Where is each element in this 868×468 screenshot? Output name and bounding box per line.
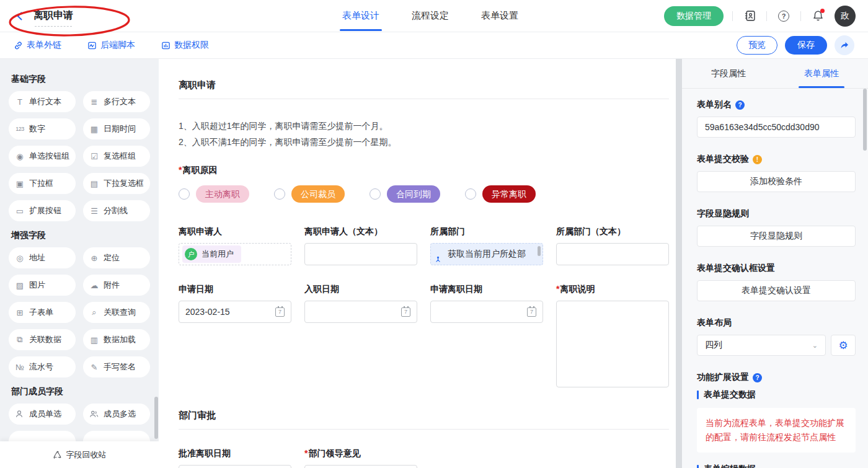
field-approve-leave-date: 批准离职日期7 <box>179 448 291 468</box>
field-visibility-button[interactable]: 字段显隐规则 <box>697 226 856 247</box>
field-chip-divider[interactable]: ☰分割线 <box>83 200 150 221</box>
palette-section-title: 基础字段 <box>11 74 148 85</box>
backend-script-link[interactable]: 后端脚本 <box>87 40 135 51</box>
field-chip-sub-form[interactable]: ⊞子表单 <box>9 302 76 323</box>
data-permission-link[interactable]: 数据权限 <box>161 40 209 51</box>
share-arrow-icon <box>839 40 849 50</box>
radio-button[interactable] <box>370 188 381 200</box>
department-text-input[interactable] <box>556 243 669 265</box>
field-label: 离职申请人 <box>179 226 291 237</box>
leave-applicant-field[interactable]: 户当前用户 <box>179 243 291 265</box>
layout-value: 四列 <box>705 340 722 351</box>
save-button[interactable]: 保存 <box>785 36 827 55</box>
field-chip-locate[interactable]: ⊕定位 <box>83 247 150 268</box>
sidebar-scrollbar[interactable] <box>154 397 158 439</box>
data-permission-label: 数据权限 <box>174 40 209 51</box>
panel-tab-field-props[interactable]: 字段属性 <box>682 59 775 88</box>
user-avatar[interactable]: 政 <box>835 6 856 27</box>
tab-form-setting[interactable]: 表单设置 <box>480 1 520 31</box>
reason-option-4[interactable]: 异常离职 <box>465 185 536 203</box>
help-icon[interactable]: ? <box>753 373 762 382</box>
field-chip-member-single[interactable]: 成员单选 <box>9 404 76 425</box>
field-chip-extend-button[interactable]: ▭扩展按钮 <box>9 200 76 221</box>
divider <box>800 11 801 21</box>
layout-select[interactable]: 四列 ⌄ <box>697 335 826 356</box>
back-chevron-icon <box>15 11 25 21</box>
field-chip-single-line-text[interactable]: T单行文本 <box>9 91 76 112</box>
preview-button[interactable]: 预览 <box>737 36 777 55</box>
field-chip-multi-line-text[interactable]: ≣多行文本 <box>83 91 150 112</box>
field-chip-serial-number[interactable]: №流水号 <box>9 356 76 377</box>
field-apply-date: 申请日期2023-02-157 <box>179 284 291 387</box>
submit-validation-button[interactable]: 添加校验条件 <box>697 171 856 192</box>
reason-option-2[interactable]: 公司裁员 <box>274 185 345 203</box>
leave-applicant-text-input[interactable] <box>304 243 417 265</box>
field-label: 申请离职日期 <box>430 284 543 295</box>
field-chip-label: 成员多选 <box>104 408 136 420</box>
field-chip-signature[interactable]: ✎手写签名 <box>83 356 150 377</box>
tab-flow-setting[interactable]: 流程设定 <box>410 1 450 31</box>
calendar-icon: 7 <box>275 307 285 317</box>
field-chip-number[interactable]: 123数字 <box>9 118 76 139</box>
panel-scrollbar[interactable] <box>863 89 867 151</box>
share-button[interactable] <box>835 35 854 55</box>
layout-settings-button[interactable]: ⚙ <box>831 335 856 356</box>
field-chip-relation-data[interactable]: ⧉关联数据 <box>9 329 76 350</box>
entry-date-input[interactable]: 7 <box>304 301 417 323</box>
field-chip-data-load[interactable]: ▥数据加载 <box>83 329 150 350</box>
help-icon[interactable]: ? <box>735 100 745 110</box>
alias-input[interactable] <box>697 117 856 138</box>
field-chip-checkbox-group[interactable]: ☑复选框组 <box>83 146 150 167</box>
calendar-icon: ▦ <box>89 125 99 134</box>
inner-scrollbar[interactable] <box>538 246 541 256</box>
field-chip-label: 下拉框 <box>29 178 53 189</box>
submit-validation-label: 表单提交校验! <box>697 154 856 165</box>
apply-date-input[interactable]: 2023-02-157 <box>179 301 291 323</box>
back-button[interactable] <box>12 9 27 24</box>
field-label: *离职说明 <box>556 284 669 295</box>
tab-form-design[interactable]: 表单设计 <box>341 1 381 31</box>
field-recycle-bin[interactable]: 字段回收站 <box>0 441 159 468</box>
radio-button[interactable] <box>465 188 476 200</box>
button-icon: ▭ <box>15 206 25 216</box>
field-chip-radio-group[interactable]: ◉单选按钮组 <box>9 146 76 167</box>
field-chip-select[interactable]: ▣下拉框 <box>9 173 76 194</box>
field-chip-label: 子表单 <box>29 307 53 318</box>
field-chip-datetime[interactable]: ▦日期时间 <box>83 118 150 139</box>
department-field[interactable]: 获取当前用户所处部 <box>430 243 543 265</box>
data-manage-button[interactable]: 数据管理 <box>664 6 724 26</box>
permission-icon <box>161 41 170 50</box>
help-button[interactable]: ? <box>776 8 792 24</box>
dept-leader-opinion-textarea[interactable] <box>304 465 417 468</box>
reason-pill: 异常离职 <box>482 185 536 203</box>
field-chip-multi-select[interactable]: ▤下拉复选框 <box>83 173 150 194</box>
people-icon <box>89 410 99 418</box>
date-value: 2023-02-15 <box>185 307 230 317</box>
submit-confirm-button[interactable]: 表单提交确认设置 <box>697 280 856 301</box>
field-chip-relation-query[interactable]: ⌕关联查询 <box>83 302 150 323</box>
field-palette-sidebar: 基础字段T单行文本≣多行文本123数字▦日期时间◉单选按钮组☑复选框组▣下拉框▤… <box>0 59 159 468</box>
field-chip-label: 日期时间 <box>104 123 136 135</box>
page-title[interactable]: 离职申请 <box>33 9 73 22</box>
canvas-scrollbar-track[interactable] <box>676 59 682 468</box>
approve-leave-date-input[interactable]: 7 <box>179 465 291 468</box>
notifications-button[interactable] <box>810 8 826 24</box>
gear-icon: ⚙ <box>838 339 848 352</box>
user-tag-icon: 户 <box>185 248 197 260</box>
reason-option-1[interactable]: 主动离职 <box>179 185 249 203</box>
field-chip-address[interactable]: ◎地址 <box>9 247 76 268</box>
radio-button[interactable] <box>179 188 190 200</box>
field-chip-attachment[interactable]: ☁附件 <box>83 275 150 296</box>
field-chip-image[interactable]: ▨图片 <box>9 275 76 296</box>
reason-option-3[interactable]: 合同到期 <box>370 185 440 203</box>
field-leave-applicant: 离职申请人户当前用户 <box>179 226 291 265</box>
radio-button[interactable] <box>274 188 285 200</box>
leave-apply-date-input[interactable]: 7 <box>430 301 543 323</box>
panel-tab-form-props[interactable]: 表单属性 <box>775 59 868 88</box>
edit-data-subhead: 表单编辑数据 <box>697 464 856 468</box>
field-chip-member-multi[interactable]: 成员多选 <box>83 404 150 425</box>
contacts-button[interactable] <box>742 8 758 24</box>
signature-icon: ✎ <box>89 363 99 372</box>
leave-note-textarea[interactable] <box>556 301 669 387</box>
form-external-link-link[interactable]: 表单外链 <box>14 40 61 51</box>
